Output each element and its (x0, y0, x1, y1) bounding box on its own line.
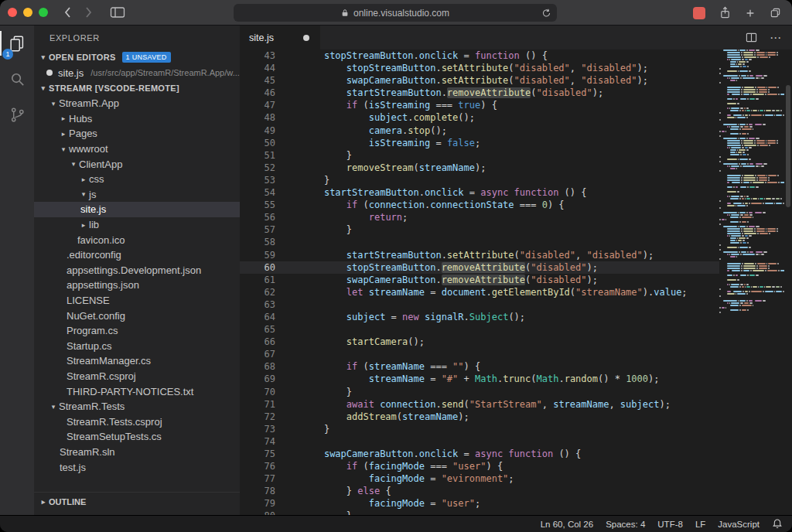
code-line-50[interactable]: 50 isStreaming = false; (240, 137, 719, 149)
tree-item-streamr-tests-csproj[interactable]: StreamR.Tests.csproj (34, 414, 240, 429)
tab-overview-icon[interactable] (770, 7, 781, 19)
code-line-67[interactable]: 67 (240, 348, 719, 360)
tree-item-test-js[interactable]: test.js (34, 459, 240, 475)
minimap[interactable] (719, 49, 784, 515)
code-line-58[interactable]: 58 (240, 236, 719, 248)
tree-item-streammanager-cs[interactable]: StreamManager.cs (34, 353, 240, 369)
modified-dot-icon[interactable] (303, 35, 309, 41)
editor-scrollbar[interactable] (784, 49, 792, 515)
tree-item-program-cs[interactable]: Program.cs (34, 323, 240, 339)
tree-item-streamr-sln[interactable]: StreamR.sln (34, 445, 240, 460)
code-line-62[interactable]: 62 let streamName = document.getElementB… (240, 286, 719, 298)
line-number: 55 (240, 199, 275, 211)
back-button[interactable] (63, 6, 71, 19)
code-line-52[interactable]: 52 removeStream(streamName); (240, 162, 719, 174)
code-line-79[interactable]: 79 facingMode = "user"; (240, 497, 719, 510)
code-line-61[interactable]: 61 swapCameraButton.removeAttribute("dis… (240, 274, 719, 286)
status-lf[interactable]: LF (695, 520, 705, 529)
code-line-70[interactable]: 70 } (240, 386, 719, 398)
address-bar[interactable]: online.visualstudio.com (234, 4, 557, 22)
tree-item-streamr-csproj[interactable]: StreamR.csproj (34, 369, 240, 384)
outline-header[interactable]: ▸ OUTLINE (34, 492, 240, 510)
open-editors-header[interactable]: ▾ OPEN EDITORS 1 UNSAVED (34, 49, 240, 65)
tree-item-appsettings-development-json[interactable]: appsettings.Development.json (34, 263, 240, 278)
code-line-55[interactable]: 55 if (connection.connectionState === 0)… (240, 199, 719, 211)
tree-item-favicon-ico[interactable]: favicon.ico (34, 232, 240, 247)
forward-button[interactable] (85, 6, 93, 19)
tree-item-css[interactable]: ▸css (34, 172, 240, 187)
code-line-59[interactable]: 59 startStreamButton.setAttribute("disab… (240, 249, 719, 261)
more-actions-icon[interactable]: ⋯ (770, 32, 781, 43)
code-line-54[interactable]: 54 startStreamButton.onclick = async fun… (240, 186, 719, 199)
code-line-71[interactable]: 71 await connection.send("StartStream", … (240, 398, 719, 411)
code-line-77[interactable]: 77 facingMode = "evironment"; (240, 472, 719, 485)
status-ln-60-col-26[interactable]: Ln 60, Col 26 (541, 520, 593, 529)
code-line-44[interactable]: 44 stopStreamButton.setAttribute("disabl… (240, 62, 719, 74)
tree-item-streamsetuptests-cs[interactable]: StreamSetupTests.cs (34, 429, 240, 445)
tree-item-editorconfig[interactable]: .editorconfig (34, 247, 240, 263)
code-line-57[interactable]: 57 } (240, 223, 719, 236)
activity-explorer[interactable]: 1 (0, 26, 34, 61)
code-line-66[interactable]: 66 startCamera(); (240, 336, 719, 348)
code-line-51[interactable]: 51 } (240, 149, 719, 162)
code-line-73[interactable]: 73 } (240, 423, 719, 435)
status-javascript[interactable]: JavaScript (718, 520, 760, 529)
tree-item-third-party-notices-txt[interactable]: THIRD-PARTY-NOTICES.txt (34, 384, 240, 399)
open-editor-item[interactable]: site.js /usr/src/app/StreamR/StreamR.App… (34, 65, 240, 80)
tree-item-site-js[interactable]: site.js (34, 202, 240, 217)
code-line-46[interactable]: 46 startStreamButton.removeAttribute("di… (240, 87, 719, 99)
code-line-48[interactable]: 48 subject.complete(); (240, 111, 719, 124)
split-editor-icon[interactable] (746, 32, 757, 43)
tab-site-js[interactable]: site.js (240, 26, 320, 49)
extension-icon[interactable] (693, 7, 705, 19)
code-line-45[interactable]: 45 swapCameraButton.setAttribute("disabl… (240, 74, 719, 87)
code-editor[interactable]: 43 stopStreamButton.onclick = function (… (240, 49, 719, 515)
tree-item-pages[interactable]: ▸Pages (34, 126, 240, 142)
code-line-64[interactable]: 64 subject = new signalR.Subject(); (240, 311, 719, 323)
tree-item-wwwroot[interactable]: ▾wwwroot (34, 142, 240, 157)
code-line-74[interactable]: 74 (240, 435, 719, 448)
new-tab-button[interactable] (745, 8, 756, 19)
close-button[interactable] (8, 8, 17, 17)
code-line-49[interactable]: 49 camera.stop(); (240, 124, 719, 137)
code-line-56[interactable]: 56 return; (240, 211, 719, 223)
chevron-down-icon: ▾ (78, 190, 89, 198)
scrollbar-thumb[interactable] (786, 85, 790, 207)
status-spaces-4[interactable]: Spaces: 4 (606, 520, 645, 529)
code-line-75[interactable]: 75 swapCameraButton.onclick = async func… (240, 448, 719, 460)
activity-search[interactable] (0, 61, 34, 97)
share-icon[interactable] (719, 6, 731, 19)
status-items: Ln 60, Col 26Spaces: 4UTF-8LFJavaScript (541, 520, 760, 529)
tree-item-nuget-config[interactable]: NuGet.config (34, 308, 240, 323)
code-line-78[interactable]: 78 } else { (240, 485, 719, 497)
code-line-76[interactable]: 76 if (facingMode === "user") { (240, 460, 719, 472)
tree-item-clientapp[interactable]: ▾ClientApp (34, 156, 240, 172)
code-line-63[interactable]: 63 (240, 298, 719, 311)
minimize-button[interactable] (23, 8, 32, 17)
tree-item-js[interactable]: ▾js (34, 187, 240, 203)
tree-item-startup-cs[interactable]: Startup.cs (34, 339, 240, 354)
sidebar-toggle-button[interactable] (110, 6, 125, 19)
zoom-button[interactable] (39, 8, 48, 17)
line-number: 43 (240, 49, 275, 62)
tree-item-appsettings-json[interactable]: appsettings.json (34, 278, 240, 293)
code-line-43[interactable]: 43 stopStreamButton.onclick = function (… (240, 49, 719, 62)
tree-item-lib[interactable]: ▸lib (34, 217, 240, 233)
code-line-65[interactable]: 65 (240, 323, 719, 336)
status-utf-8[interactable]: UTF-8 (657, 520, 683, 529)
notifications-bell-icon[interactable] (772, 518, 783, 530)
tree-item-streamr-app[interactable]: ▾StreamR.App (34, 96, 240, 111)
code-line-72[interactable]: 72 addStream(streamName); (240, 411, 719, 423)
code-line-60[interactable]: 60 stopStreamButton.removeAttribute("dis… (240, 261, 719, 274)
reload-button[interactable] (541, 8, 551, 18)
code-line-68[interactable]: 68 if (streamName === "") { (240, 360, 719, 373)
code-line-53[interactable]: 53 } (240, 174, 719, 186)
activity-source-control[interactable] (0, 97, 34, 132)
tree-item-streamr-tests[interactable]: ▾StreamR.Tests (34, 399, 240, 414)
tree-item-hubs[interactable]: ▸Hubs (34, 111, 240, 127)
workspace-header[interactable]: ▾ STREAMR [VSCODE-REMOTE] (34, 80, 240, 96)
code-line-47[interactable]: 47 if (isStreaming === true) { (240, 99, 719, 111)
open-editors-label: OPEN EDITORS (49, 53, 116, 62)
tree-item-license[interactable]: LICENSE (34, 293, 240, 309)
code-line-69[interactable]: 69 streamName = "#" + Math.trunc(Math.ra… (240, 373, 719, 385)
